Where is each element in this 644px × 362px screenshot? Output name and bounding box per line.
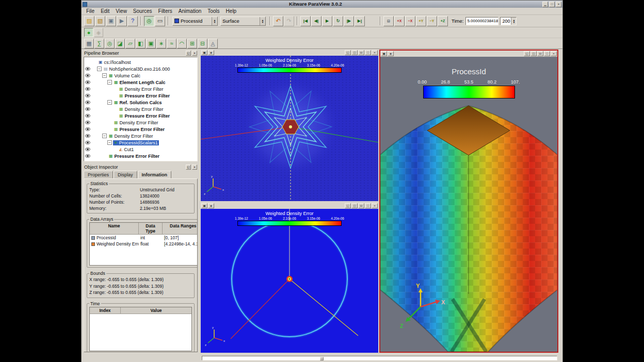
visibility-eye-icon[interactable] [85, 141, 90, 144]
pipeline-item[interactable]: − ▦ Density Error Filter [84, 106, 197, 112]
probe-icon[interactable]: ◬ [208, 39, 218, 48]
tree-expander-icon[interactable]: − [102, 134, 107, 138]
pick-center-icon[interactable]: ◈ [94, 28, 103, 37]
pipeline-item[interactable]: − ▤ NohSpherical3D.exo.216.000 [84, 65, 197, 72]
open-file-icon[interactable]: ▨ [84, 16, 94, 26]
close-icon[interactable]: × [556, 2, 561, 7]
progress-handle[interactable] [320, 357, 324, 360]
split-vertical-icon[interactable]: ⊟ [537, 51, 543, 56]
undock-view-icon[interactable]: ◱ [345, 50, 351, 55]
float-panel-icon[interactable]: ◱ [186, 51, 191, 56]
pipeline-item[interactable]: − ▦ Density Error Filter [84, 133, 197, 139]
data-array-row[interactable]: ProcessId int [0, 107] [90, 235, 198, 241]
view-plus-z-icon[interactable]: +Z [438, 16, 448, 26]
maximize-icon[interactable]: □ [549, 2, 555, 7]
camera-icon[interactable]: ▣ [381, 51, 387, 56]
threshold-icon[interactable]: ◧ [136, 39, 146, 48]
representation-select[interactable]: Surface ▲▼ [220, 17, 266, 26]
view-plus-x-icon[interactable]: +X [394, 16, 405, 26]
pipeline-item[interactable]: − ▦ Element Length Calc [84, 79, 197, 86]
rubber-band-select-icon[interactable]: ▭ [155, 16, 165, 26]
ungroup-icon[interactable]: ⊟ [198, 39, 207, 48]
visibility-eye-icon[interactable] [85, 67, 90, 71]
pipeline-item[interactable]: − ▦ Volume Calc [84, 72, 197, 79]
group-datasets-icon[interactable]: ⊞ [187, 39, 197, 48]
close-panel-icon[interactable]: × [192, 51, 197, 56]
visibility-eye-icon[interactable] [85, 127, 90, 131]
stream-tracer-icon[interactable]: ≈ [167, 39, 176, 48]
close-panel-icon[interactable]: × [192, 164, 197, 170]
column-header[interactable]: Index [90, 307, 121, 314]
visibility-eye-icon[interactable] [85, 147, 90, 151]
menu-item[interactable]: File [83, 8, 98, 14]
pipeline-item[interactable]: − ▣ cs://localhost [84, 59, 197, 65]
pipeline-item[interactable]: − ◭ Cut1 [84, 146, 197, 153]
play-icon[interactable]: ▶ [322, 16, 332, 26]
previous-frame-icon[interactable]: ◀| [311, 16, 321, 26]
redo-icon[interactable]: ↷ [284, 16, 294, 26]
visibility-eye-icon[interactable] [85, 121, 90, 124]
time-step-spinner[interactable]: 200 ▲▼ [500, 17, 517, 25]
visibility-eye-icon[interactable] [85, 101, 90, 104]
lookmark-icon[interactable]: ◈ [208, 203, 214, 208]
split-vertical-icon[interactable]: ⊟ [358, 50, 364, 55]
loop-icon[interactable]: ↻ [333, 16, 343, 26]
visibility-eye-icon[interactable] [85, 114, 90, 118]
tree-expander-icon[interactable]: − [107, 80, 112, 85]
render-viewport-density-ring[interactable]: y x z Weighted Density Error 1.39e-121.0… [201, 209, 378, 353]
pipeline-item[interactable]: − ∗ ProcessIdScalars1 [84, 139, 197, 146]
time-value-field[interactable]: 5.00000023841858 [465, 17, 498, 25]
visibility-eye-icon[interactable] [85, 74, 90, 77]
split-vertical-icon[interactable]: ⊟ [358, 203, 364, 208]
menu-item[interactable]: Edit [98, 8, 112, 14]
color-by-select[interactable]: ProcessId ▲▼ [172, 17, 218, 26]
contour-icon[interactable]: ◎ [105, 39, 115, 48]
split-horizontal-icon[interactable]: ◫ [351, 203, 358, 208]
pipeline-item[interactable]: − ▦ Pressure Error Filter [84, 126, 197, 133]
slice-icon[interactable]: ▱ [125, 39, 135, 48]
column-header[interactable]: Value [121, 307, 191, 314]
pipeline-item[interactable]: − ▦ Pressure Error Filter [84, 112, 197, 119]
extract-subset-icon[interactable]: ▣ [146, 39, 156, 48]
menu-item[interactable]: Help [223, 8, 240, 14]
save-animation-icon[interactable]: ▶ [117, 16, 127, 26]
column-header[interactable]: Data Type [139, 223, 163, 234]
column-header[interactable]: Name [90, 223, 139, 234]
reset-camera-icon[interactable]: ⊡ [383, 16, 394, 26]
camera-icon[interactable]: ▣ [201, 203, 207, 208]
pipeline-tree[interactable]: − ▣ cs://localhost − ▤ NohSpherical3D.ex… [84, 57, 198, 161]
undock-view-icon[interactable]: ◱ [345, 203, 351, 208]
next-frame-icon[interactable]: |▶ [344, 16, 354, 26]
visibility-eye-icon[interactable] [85, 134, 90, 138]
maximize-view-icon[interactable]: □ [365, 203, 371, 208]
tree-expander-icon[interactable]: − [102, 73, 107, 78]
lookmark-icon[interactable]: ◈ [388, 51, 394, 56]
tree-expander-icon[interactable]: − [107, 140, 112, 145]
warp-filter-icon[interactable]: ◠ [177, 39, 187, 48]
inspector-tab[interactable]: Properties [84, 171, 113, 178]
help-icon[interactable]: ? [127, 16, 138, 26]
camera-icon[interactable]: ▣ [201, 50, 207, 55]
pipeline-item[interactable]: − ▦ Density Error Filter [84, 86, 197, 92]
visibility-eye-icon[interactable] [85, 154, 90, 158]
maximize-view-icon[interactable]: □ [365, 50, 371, 55]
save-data-icon[interactable]: ▧ [95, 16, 105, 26]
maximize-view-icon[interactable]: □ [544, 51, 550, 56]
pipeline-item[interactable]: − ▦ Density Error Filter [84, 119, 197, 126]
view-minus-x-icon[interactable]: −X [405, 16, 415, 26]
visibility-eye-icon[interactable] [85, 80, 90, 84]
close-view-icon[interactable]: × [551, 51, 557, 56]
close-view-icon[interactable]: × [372, 203, 378, 208]
pipeline-item[interactable]: − ▦ Ref. Solution Calcs [84, 99, 197, 106]
last-frame-icon[interactable]: ▶| [355, 16, 365, 26]
menu-item[interactable]: Animation [175, 8, 204, 14]
split-horizontal-icon[interactable]: ◫ [530, 51, 537, 56]
data-array-row[interactable]: Weighted Density Error float [4.22498e-1… [90, 241, 198, 247]
menu-item[interactable]: View [112, 8, 130, 14]
first-frame-icon[interactable]: |◀ [300, 16, 311, 26]
menu-item[interactable]: Sources [130, 8, 155, 14]
clip-icon[interactable]: ◪ [115, 39, 125, 48]
inspector-tab[interactable]: Information [138, 171, 172, 178]
pipeline-item[interactable]: − ▦ Pressure Error Filter [84, 153, 197, 159]
undo-icon[interactable]: ↶ [273, 16, 283, 26]
